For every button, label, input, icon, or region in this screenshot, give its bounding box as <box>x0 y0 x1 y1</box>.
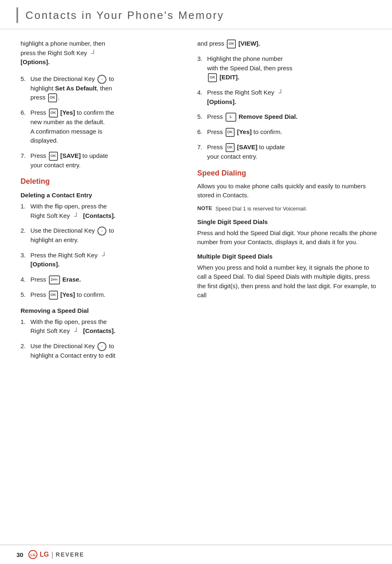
deleting-contact-subheading: Deleting a Contact Entry <box>21 192 177 199</box>
note-label: NOTE <box>197 205 212 211</box>
list-item: 5. Press OK [Yes] to confirm. <box>21 290 177 300</box>
list-item: 1. With the flip open, press the Right S… <box>21 317 177 336</box>
single-digit-heading: Single Digit Speed Dials <box>197 218 380 225</box>
removing-list: 1. With the flip open, press the Right S… <box>21 317 177 361</box>
intro-line2: press the Right Soft Key ┘ <box>21 49 99 56</box>
page-title: Contacts in Your Phone's Memory <box>25 9 224 22</box>
deleting-list: 1. With the flip open, press the Right S… <box>21 202 177 300</box>
content-area: highlight a phone number, then press the… <box>0 29 392 545</box>
upper-steps-list: 5. Use the Directional Key ○ to highligh… <box>21 74 177 170</box>
ok-key-icon: OK <box>49 152 58 161</box>
footer-lg-text: LG <box>40 551 49 558</box>
page-footer: 30 LG LG | REVERE <box>0 545 392 564</box>
header-accent <box>16 7 18 23</box>
ok-key-icon: OK <box>226 143 235 152</box>
list-item: 7. Press OK [SAVE] to update your contac… <box>21 151 177 170</box>
speed-dialing-heading: Speed Dialing <box>197 169 380 178</box>
right-soft-key-icon: ┘ <box>72 212 81 220</box>
list-item: 5. Press 1• Remove Speed Dial. <box>197 112 380 122</box>
removing-continued-list: 3. Highlight the phone number with the S… <box>197 54 380 162</box>
list-item: 7. Press OK [SAVE] to update your contac… <box>197 143 380 162</box>
deleting-heading: Deleting <box>21 177 177 186</box>
list-item: 2. Use the Directional Key ○ to highligh… <box>21 342 177 361</box>
right-column: and press OK [VIEW]. 3. Highlight the ph… <box>189 39 392 545</box>
footer-logo: LG LG | REVERE <box>28 550 84 559</box>
page-wrapper: Contacts in Your Phone's Memory highligh… <box>0 0 392 564</box>
intro-paragraph: highlight a phone number, then press the… <box>21 39 177 67</box>
directional-key-icon: ○ <box>97 75 106 84</box>
intro-line1: highlight a phone number, then <box>21 40 105 47</box>
ok-key-icon: OK <box>48 93 57 102</box>
note-block: NOTE Speed Dial 1 is reserved for Voicem… <box>197 205 380 213</box>
left-column: highlight a phone number, then press the… <box>0 39 189 545</box>
ok-key-icon: OK <box>49 109 58 118</box>
right-soft-key-icon: ┘ <box>100 252 108 260</box>
list-item: 3. Press the Right Soft Key ┘ [Options]. <box>21 251 177 269</box>
list-item: 5. Use the Directional Key ○ to highligh… <box>21 74 177 103</box>
ok-key-icon: OK <box>226 128 235 137</box>
footer-separator: | <box>51 550 53 559</box>
list-item: 2. Use the Directional Key ○ to highligh… <box>21 226 177 245</box>
list-item: 6. Press OK [Yes] to confirm the new num… <box>21 108 177 146</box>
removing-speed-dial-heading: Removing a Speed Dial <box>21 307 177 314</box>
list-item: 6. Press OK [Yes] to confirm. <box>197 127 380 137</box>
and-press-view: and press OK [VIEW]. <box>197 39 380 49</box>
footer-brand-text: REVERE <box>56 551 85 558</box>
right-soft-key-icon: ┘ <box>90 49 98 58</box>
ok-key-icon: OK <box>208 73 217 82</box>
key-2abc-icon: 2abc <box>49 275 60 284</box>
list-item: 4. Press 2abc Erase. <box>21 275 177 284</box>
ok-key-icon: OK <box>227 39 236 49</box>
speed-dialing-intro: Allows you to make phone calls quickly a… <box>197 182 380 200</box>
svg-text:LG: LG <box>30 553 36 557</box>
multiple-digit-heading: Multiple Digit Speed Dials <box>197 253 380 260</box>
page-number: 30 <box>16 551 23 558</box>
right-soft-key-icon: ┘ <box>277 89 285 97</box>
list-item: 3. Highlight the phone number with the S… <box>197 54 380 82</box>
lg-logo-icon: LG <box>28 550 37 559</box>
page-header: Contacts in Your Phone's Memory <box>0 0 392 29</box>
single-digit-text: Press and hold the Speed Dial digit. You… <box>197 229 380 247</box>
right-soft-key-icon: ┘ <box>72 327 81 335</box>
multiple-digit-text: When you press and hold a number key, it… <box>197 263 380 300</box>
list-item: 4. Press the Right Soft Key ┘ [Options]. <box>197 88 380 106</box>
intro-options: [Options]. <box>21 58 50 65</box>
directional-key-icon: ○ <box>97 227 106 236</box>
directional-key-icon: ○ <box>97 342 106 351</box>
ok-key-icon: OK <box>49 291 58 300</box>
list-item: 1. With the flip open, press the Right S… <box>21 202 177 220</box>
key-1-icon: 1• <box>226 113 236 122</box>
note-text: Speed Dial 1 is reserved for Voicemail. <box>215 205 307 213</box>
